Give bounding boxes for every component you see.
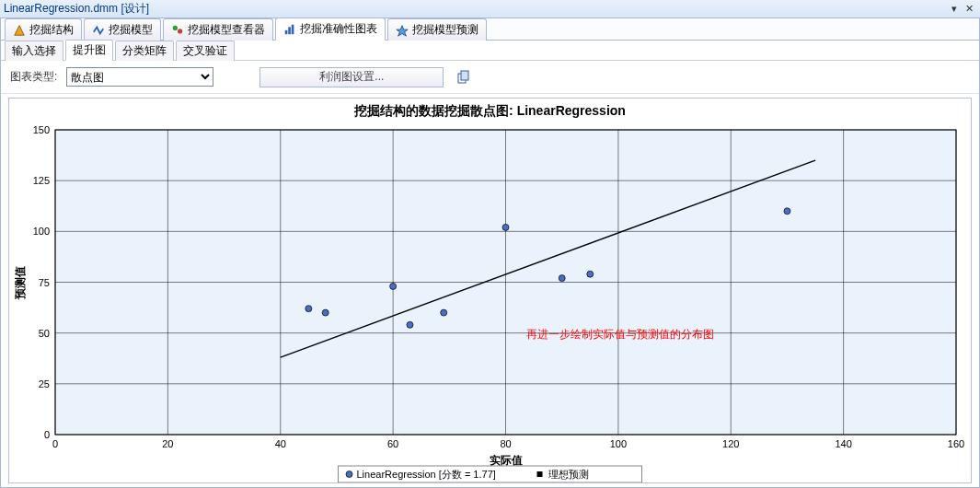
svg-point-2: [178, 29, 182, 33]
svg-point-1: [173, 25, 178, 29]
svg-text:实际值: 实际值: [490, 454, 523, 467]
scatter-chart: 0204060801001201401600255075100125150挖掘结…: [9, 99, 971, 482]
chart-container: 0204060801001201401600255075100125150挖掘结…: [8, 98, 972, 483]
sub-tab-1[interactable]: 提升图: [65, 40, 113, 61]
svg-point-45: [306, 306, 312, 312]
main-tab-3[interactable]: 挖掘准确性图表: [275, 17, 386, 41]
chart-type-select[interactable]: 散点图: [66, 67, 213, 87]
main-tab-label: 挖掘结构: [29, 22, 74, 38]
svg-text:挖掘结构的数据挖掘散点图: LinearRegression: 挖掘结构的数据挖掘散点图: LinearRegression: [353, 103, 626, 118]
svg-point-50: [502, 224, 509, 230]
svg-text:0: 0: [52, 438, 58, 449]
main-tab-1[interactable]: 挖掘模型: [84, 18, 161, 41]
window-minimize-icon[interactable]: ▾: [947, 3, 962, 15]
toolbar: 图表类型: 散点图 利润图设置...: [1, 61, 979, 94]
copy-icon: [456, 70, 471, 85]
svg-text:20: 20: [162, 438, 173, 449]
svg-text:预测值: 预测值: [14, 266, 27, 300]
svg-point-46: [322, 309, 329, 316]
svg-point-52: [587, 271, 594, 277]
svg-text:50: 50: [39, 328, 50, 339]
svg-point-48: [407, 321, 413, 328]
sub-tabrow: 输入选择提升图分类矩阵交叉验证: [1, 41, 979, 61]
svg-text:150: 150: [33, 124, 50, 135]
svg-point-53: [784, 208, 790, 215]
svg-rect-4: [288, 27, 291, 34]
window-titlebar: LinearRegression.dmm [设计] ▾ ✕: [0, 0, 980, 18]
svg-point-49: [441, 309, 447, 316]
svg-text:25: 25: [39, 378, 50, 389]
svg-rect-3: [285, 29, 288, 33]
svg-text:140: 140: [835, 438, 851, 449]
svg-point-55: [346, 471, 352, 478]
main-tab-label: 挖掘模型预测: [412, 22, 478, 38]
profit-settings-button[interactable]: 利润图设置...: [259, 67, 444, 87]
window-title: LinearRegression.dmm [设计]: [4, 1, 947, 17]
chart-type-label: 图表类型:: [10, 69, 57, 85]
svg-marker-6: [397, 25, 408, 35]
svg-text:0: 0: [44, 429, 50, 440]
svg-text:理想预测: 理想预测: [548, 469, 589, 480]
svg-text:80: 80: [500, 438, 511, 449]
main-tab-label: 挖掘模型查看器: [188, 22, 265, 38]
svg-text:100: 100: [610, 438, 627, 449]
main-tab-2[interactable]: 挖掘模型查看器: [163, 18, 273, 41]
main-tab-4[interactable]: 挖掘模型预测: [387, 18, 487, 41]
svg-text:120: 120: [722, 438, 739, 449]
svg-marker-0: [15, 25, 25, 35]
main-tab-0[interactable]: 挖掘结构: [5, 18, 82, 41]
chart-area: 0204060801001201401600255075100125150挖掘结…: [1, 94, 979, 487]
copy-button[interactable]: [453, 67, 475, 87]
svg-text:125: 125: [33, 175, 50, 186]
sub-tab-2[interactable]: 分类矩阵: [115, 41, 174, 61]
svg-point-47: [390, 283, 397, 289]
svg-text:100: 100: [33, 226, 50, 237]
sub-tab-0[interactable]: 输入选择: [5, 41, 63, 61]
main-tabrow: 挖掘结构挖掘模型挖掘模型查看器挖掘准确性图表挖掘模型预测: [1, 18, 979, 41]
svg-text:40: 40: [275, 438, 286, 449]
svg-text:60: 60: [387, 438, 398, 449]
svg-rect-5: [292, 24, 294, 34]
window-close-icon[interactable]: ✕: [962, 3, 976, 15]
annotation-text: 再进一步绘制实际值与预测值的分布图: [526, 327, 714, 343]
svg-rect-8: [461, 71, 468, 80]
svg-text:160: 160: [948, 438, 964, 449]
main-tab-label: 挖掘准确性图表: [300, 21, 377, 37]
svg-text:LinearRegression [分数 = 1.77]: LinearRegression [分数 = 1.77]: [357, 469, 496, 480]
svg-rect-57: [537, 471, 543, 477]
svg-text:75: 75: [39, 277, 50, 288]
svg-point-51: [559, 275, 565, 282]
sub-tab-3[interactable]: 交叉验证: [176, 41, 235, 61]
main-tab-label: 挖掘模型: [109, 22, 153, 38]
profit-settings-label: 利润图设置...: [319, 69, 384, 85]
